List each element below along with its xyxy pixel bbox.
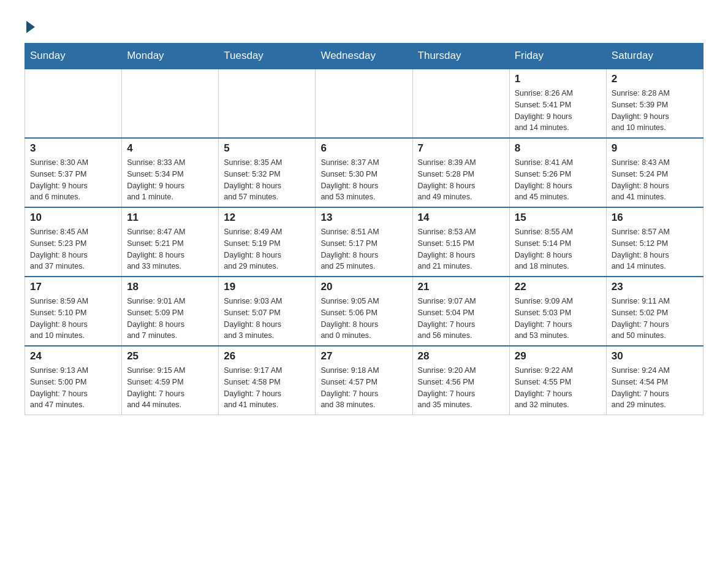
day-number: 28: [418, 350, 504, 362]
day-number: 5: [224, 142, 310, 155]
calendar-cell: 14Sunrise: 8:53 AM Sunset: 5:15 PM Dayli…: [412, 207, 509, 277]
day-info: Sunrise: 8:47 AM Sunset: 5:21 PM Dayligh…: [127, 226, 213, 272]
calendar-cell: 3Sunrise: 8:30 AM Sunset: 5:37 PM Daylig…: [25, 138, 122, 207]
page-header: [25, 18, 703, 31]
calendar-cell: 10Sunrise: 8:45 AM Sunset: 5:23 PM Dayli…: [25, 207, 122, 277]
calendar-cell: 29Sunrise: 9:22 AM Sunset: 4:55 PM Dayli…: [509, 346, 606, 415]
calendar-cell: 9Sunrise: 8:43 AM Sunset: 5:24 PM Daylig…: [606, 138, 703, 207]
calendar-cell: [219, 69, 316, 138]
day-info: Sunrise: 9:24 AM Sunset: 4:54 PM Dayligh…: [612, 365, 698, 411]
day-info: Sunrise: 8:45 AM Sunset: 5:23 PM Dayligh…: [30, 226, 116, 272]
day-number: 13: [320, 212, 407, 224]
day-number: 12: [224, 212, 310, 224]
calendar-cell: 12Sunrise: 8:49 AM Sunset: 5:19 PM Dayli…: [219, 207, 316, 277]
day-info: Sunrise: 9:01 AM Sunset: 5:09 PM Dayligh…: [127, 296, 213, 342]
day-info: Sunrise: 9:18 AM Sunset: 4:57 PM Dayligh…: [320, 365, 407, 411]
day-of-week-header: Tuesday: [219, 44, 316, 69]
calendar-cell: 6Sunrise: 8:37 AM Sunset: 5:30 PM Daylig…: [316, 138, 412, 207]
day-number: 30: [612, 350, 698, 362]
calendar-cell: 28Sunrise: 9:20 AM Sunset: 4:56 PM Dayli…: [412, 346, 509, 415]
day-number: 18: [127, 281, 213, 293]
day-number: 6: [320, 142, 407, 155]
day-info: Sunrise: 9:20 AM Sunset: 4:56 PM Dayligh…: [418, 365, 504, 411]
calendar-cell: 15Sunrise: 8:55 AM Sunset: 5:14 PM Dayli…: [509, 207, 606, 277]
day-info: Sunrise: 8:41 AM Sunset: 5:26 PM Dayligh…: [515, 157, 601, 203]
day-info: Sunrise: 9:15 AM Sunset: 4:59 PM Dayligh…: [127, 365, 213, 411]
calendar-cell: 8Sunrise: 8:41 AM Sunset: 5:26 PM Daylig…: [509, 138, 606, 207]
calendar-week-row: 24Sunrise: 9:13 AM Sunset: 5:00 PM Dayli…: [25, 346, 703, 415]
day-info: Sunrise: 9:13 AM Sunset: 5:00 PM Dayligh…: [30, 365, 116, 411]
day-number: 19: [224, 281, 310, 293]
day-number: 1: [515, 73, 601, 85]
calendar-table: SundayMondayTuesdayWednesdayThursdayFrid…: [25, 43, 703, 415]
day-info: Sunrise: 8:37 AM Sunset: 5:30 PM Dayligh…: [320, 157, 407, 203]
day-number: 10: [30, 212, 116, 224]
day-info: Sunrise: 9:03 AM Sunset: 5:07 PM Dayligh…: [224, 296, 310, 342]
day-info: Sunrise: 9:07 AM Sunset: 5:04 PM Dayligh…: [418, 296, 504, 342]
day-of-week-header: Friday: [509, 44, 606, 69]
calendar-cell: [122, 69, 219, 138]
day-info: Sunrise: 8:57 AM Sunset: 5:12 PM Dayligh…: [612, 226, 698, 272]
day-number: 25: [127, 350, 213, 362]
day-number: 14: [418, 212, 504, 224]
day-info: Sunrise: 8:59 AM Sunset: 5:10 PM Dayligh…: [30, 296, 116, 342]
day-info: Sunrise: 9:22 AM Sunset: 4:55 PM Dayligh…: [515, 365, 601, 411]
day-of-week-header: Monday: [122, 44, 219, 69]
calendar-cell: 24Sunrise: 9:13 AM Sunset: 5:00 PM Dayli…: [25, 346, 122, 415]
logo-arrow-icon: [26, 21, 35, 33]
day-of-week-header: Thursday: [412, 44, 509, 69]
day-number: 23: [612, 281, 698, 293]
day-number: 20: [320, 281, 407, 293]
calendar-cell: 19Sunrise: 9:03 AM Sunset: 5:07 PM Dayli…: [219, 277, 316, 346]
day-number: 15: [515, 212, 601, 224]
day-number: 24: [30, 350, 116, 362]
day-info: Sunrise: 8:33 AM Sunset: 5:34 PM Dayligh…: [127, 157, 213, 203]
calendar-cell: [25, 69, 122, 138]
calendar-cell: [412, 69, 509, 138]
calendar-cell: 1Sunrise: 8:26 AM Sunset: 5:41 PM Daylig…: [509, 69, 606, 138]
calendar-cell: 2Sunrise: 8:28 AM Sunset: 5:39 PM Daylig…: [606, 69, 703, 138]
calendar-cell: 25Sunrise: 9:15 AM Sunset: 4:59 PM Dayli…: [122, 346, 219, 415]
day-of-week-header: Saturday: [606, 44, 703, 69]
calendar-cell: [316, 69, 412, 138]
day-number: 29: [515, 350, 601, 362]
calendar-cell: 17Sunrise: 8:59 AM Sunset: 5:10 PM Dayli…: [25, 277, 122, 346]
logo: [25, 18, 35, 31]
day-info: Sunrise: 9:17 AM Sunset: 4:58 PM Dayligh…: [224, 365, 310, 411]
calendar-cell: 18Sunrise: 9:01 AM Sunset: 5:09 PM Dayli…: [122, 277, 219, 346]
day-number: 22: [515, 281, 601, 293]
day-number: 2: [612, 73, 698, 85]
day-info: Sunrise: 8:39 AM Sunset: 5:28 PM Dayligh…: [418, 157, 504, 203]
day-number: 11: [127, 212, 213, 224]
day-info: Sunrise: 8:55 AM Sunset: 5:14 PM Dayligh…: [515, 226, 601, 272]
calendar-cell: 13Sunrise: 8:51 AM Sunset: 5:17 PM Dayli…: [316, 207, 412, 277]
day-info: Sunrise: 8:26 AM Sunset: 5:41 PM Dayligh…: [515, 88, 601, 134]
calendar-week-row: 10Sunrise: 8:45 AM Sunset: 5:23 PM Dayli…: [25, 207, 703, 277]
day-number: 17: [30, 281, 116, 293]
calendar-cell: 26Sunrise: 9:17 AM Sunset: 4:58 PM Dayli…: [219, 346, 316, 415]
day-number: 7: [418, 142, 504, 155]
calendar-week-row: 1Sunrise: 8:26 AM Sunset: 5:41 PM Daylig…: [25, 69, 703, 138]
calendar-cell: 27Sunrise: 9:18 AM Sunset: 4:57 PM Dayli…: [316, 346, 412, 415]
calendar-week-row: 17Sunrise: 8:59 AM Sunset: 5:10 PM Dayli…: [25, 277, 703, 346]
calendar-week-row: 3Sunrise: 8:30 AM Sunset: 5:37 PM Daylig…: [25, 138, 703, 207]
day-info: Sunrise: 8:43 AM Sunset: 5:24 PM Dayligh…: [612, 157, 698, 203]
day-number: 3: [30, 142, 116, 155]
day-number: 4: [127, 142, 213, 155]
day-info: Sunrise: 8:30 AM Sunset: 5:37 PM Dayligh…: [30, 157, 116, 203]
calendar-cell: 30Sunrise: 9:24 AM Sunset: 4:54 PM Dayli…: [606, 346, 703, 415]
calendar-cell: 16Sunrise: 8:57 AM Sunset: 5:12 PM Dayli…: [606, 207, 703, 277]
day-info: Sunrise: 8:35 AM Sunset: 5:32 PM Dayligh…: [224, 157, 310, 203]
calendar-cell: 21Sunrise: 9:07 AM Sunset: 5:04 PM Dayli…: [412, 277, 509, 346]
calendar-cell: 23Sunrise: 9:11 AM Sunset: 5:02 PM Dayli…: [606, 277, 703, 346]
day-number: 16: [612, 212, 698, 224]
calendar-cell: 7Sunrise: 8:39 AM Sunset: 5:28 PM Daylig…: [412, 138, 509, 207]
day-info: Sunrise: 8:53 AM Sunset: 5:15 PM Dayligh…: [418, 226, 504, 272]
day-number: 21: [418, 281, 504, 293]
day-of-week-header: Wednesday: [316, 44, 412, 69]
day-number: 9: [612, 142, 698, 155]
day-number: 8: [515, 142, 601, 155]
day-info: Sunrise: 8:49 AM Sunset: 5:19 PM Dayligh…: [224, 226, 310, 272]
calendar-cell: 11Sunrise: 8:47 AM Sunset: 5:21 PM Dayli…: [122, 207, 219, 277]
day-number: 27: [320, 350, 407, 362]
